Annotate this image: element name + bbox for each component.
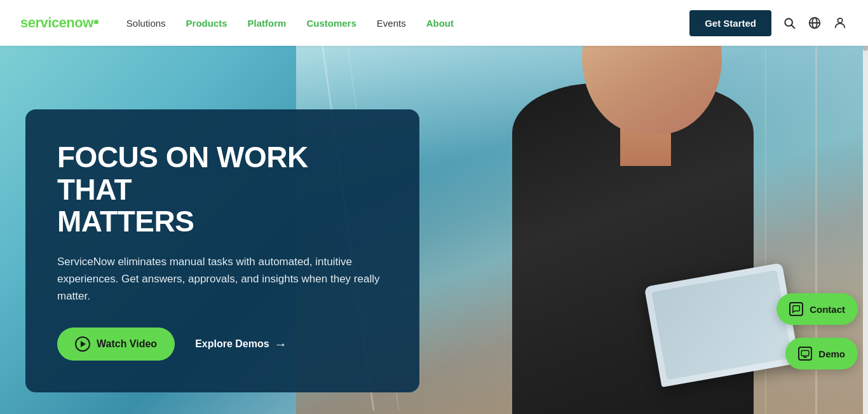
navbar: servicenow Solutions Products Platform C…	[0, 0, 868, 46]
contact-label: Contact	[810, 304, 845, 315]
scrollbar[interactable]	[863, 0, 868, 414]
arrow-icon: →	[275, 337, 287, 352]
hero-headline: FOCUS ON WORK THAT MATTERS	[57, 141, 388, 238]
globe-icon[interactable]	[807, 15, 822, 31]
hero-content-card: FOCUS ON WORK THAT MATTERS ServiceNow el…	[25, 109, 419, 392]
get-started-button[interactable]: Get Started	[689, 10, 771, 36]
headline-line1: FOCUS ON WORK THAT	[57, 141, 308, 206]
hero-section: FOCUS ON WORK THAT MATTERS ServiceNow el…	[0, 46, 868, 414]
nav-solutions[interactable]: Solutions	[119, 13, 173, 34]
hero-subtext: ServiceNow eliminates manual tasks with …	[57, 253, 388, 305]
play-icon	[75, 336, 90, 352]
svg-rect-6	[801, 350, 809, 355]
hero-buttons: Watch Video Explore Demos →	[57, 328, 388, 361]
watch-video-button[interactable]: Watch Video	[57, 328, 175, 361]
contact-icon	[789, 302, 803, 316]
nav-actions: Get Started	[689, 10, 848, 36]
demo-button[interactable]: Demo	[785, 338, 858, 369]
logo-now: now	[66, 15, 93, 31]
demo-label: Demo	[818, 348, 845, 359]
play-triangle	[81, 341, 86, 347]
user-icon[interactable]	[832, 15, 848, 31]
logo-text: servicenow	[20, 15, 98, 31]
nav-products[interactable]: Products	[179, 13, 235, 34]
contact-button[interactable]: Contact	[776, 293, 858, 325]
explore-demos-button[interactable]: Explore Demos →	[195, 337, 287, 352]
nav-platform[interactable]: Platform	[240, 13, 294, 34]
explore-demos-label: Explore Demos	[195, 338, 269, 350]
svg-point-5	[837, 18, 842, 23]
logo-service: service	[20, 15, 66, 31]
nav-events[interactable]: Events	[369, 13, 414, 34]
watch-video-label: Watch Video	[97, 338, 157, 350]
search-icon[interactable]	[782, 15, 797, 31]
nav-customers[interactable]: Customers	[299, 13, 363, 34]
headline-line2: MATTERS	[57, 205, 194, 238]
nav-links: Solutions Products Platform Customers Ev…	[119, 13, 689, 34]
demo-icon	[798, 347, 812, 361]
svg-line-1	[792, 25, 795, 29]
logo-dot	[94, 20, 98, 24]
nav-about[interactable]: About	[419, 13, 461, 34]
logo: servicenow	[20, 15, 98, 31]
